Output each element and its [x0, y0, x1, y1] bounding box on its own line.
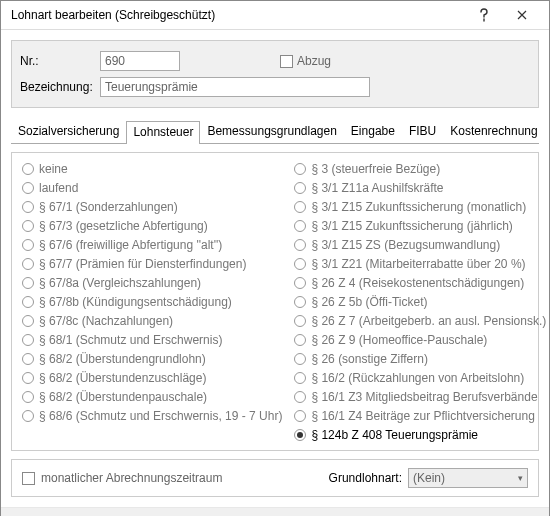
dialog-window: Lohnart bearbeiten (Schreibgeschützt) Nr…	[0, 0, 550, 516]
radio-option[interactable]: § 67/8b (Kündigungsentschädigung)	[22, 292, 282, 311]
radio-option[interactable]: § 67/1 (Sonderzahlungen)	[22, 197, 282, 216]
radio-option[interactable]: § 124b Z 408 Teuerungsprämie	[294, 425, 546, 444]
radio-label: laufend	[39, 181, 78, 195]
radio-option[interactable]: § 3/1 Z15 Zukunftssicherung (jährlich)	[294, 216, 546, 235]
close-button[interactable]	[503, 1, 541, 29]
tab-bemessung[interactable]: Bemessungsgrundlagen	[200, 120, 343, 143]
radio-label: § 68/2 (Überstundenpauschale)	[39, 390, 207, 404]
radio-option[interactable]: § 68/2 (Überstundenpauschale)	[22, 387, 282, 406]
radio-icon	[22, 258, 34, 270]
radio-icon	[22, 220, 34, 232]
radio-icon	[22, 201, 34, 213]
radio-option[interactable]: § 16/2 (Rückzahlungen von Arbeitslohn)	[294, 368, 546, 387]
radio-columns: keinelaufend§ 67/1 (Sonderzahlungen)§ 67…	[22, 159, 528, 444]
radio-label: § 67/8c (Nachzahlungen)	[39, 314, 173, 328]
monat-checkbox[interactable]	[22, 472, 35, 485]
radio-icon	[294, 220, 306, 232]
radio-icon	[294, 391, 306, 403]
radio-option[interactable]: § 68/2 (Überstundengrundlohn)	[22, 349, 282, 368]
radio-label: § 3/1 Z15 Zukunftssicherung (jährlich)	[311, 219, 512, 233]
radio-label: § 16/1 Z4 Beiträge zur Pflichtversicheru…	[311, 409, 534, 423]
radio-option[interactable]: § 67/3 (gesetzliche Abfertigung)	[22, 216, 282, 235]
radio-label: § 16/1 Z3 Mitgliedsbeitrag Berufsverbänd…	[311, 390, 537, 404]
radio-option[interactable]: § 3/1 Z11a Aushilfskräfte	[294, 178, 546, 197]
nr-field[interactable]: 690	[100, 51, 180, 71]
bottom-group: monatlicher Abrechnungszeitraum Grundloh…	[11, 459, 539, 497]
radio-option[interactable]: § 67/7 (Prämien für Diensterfindungen)	[22, 254, 282, 273]
nr-label: Nr.:	[20, 54, 100, 68]
radio-icon	[294, 410, 306, 422]
help-button[interactable]	[465, 1, 503, 29]
radio-option[interactable]: § 67/8a (Vergleichszahlungen)	[22, 273, 282, 292]
content-area: Nr.: 690 Abzug Bezeichnung: Teuerungsprä…	[1, 30, 549, 507]
radio-option[interactable]: § 3/1 Z21 (Mitarbeiterrabatte über 20 %)	[294, 254, 546, 273]
question-icon	[479, 8, 489, 22]
radio-label: § 68/2 (Überstundengrundlohn)	[39, 352, 206, 366]
abzug-checkbox[interactable]	[280, 55, 293, 68]
radio-label: § 124b Z 408 Teuerungsprämie	[311, 428, 478, 442]
radio-label: § 26 Z 7 (Arbeitgeberb. an ausl. Pension…	[311, 314, 546, 328]
tab-pfaendung[interactable]: Pfändung	[545, 120, 550, 143]
radio-icon	[22, 372, 34, 384]
radio-label: § 68/6 (Schmutz und Erschwernis, 19 - 7 …	[39, 409, 282, 423]
tab-bar: Sozialversicherung Lohnsteuer Bemessungs…	[11, 120, 539, 144]
radio-icon	[22, 334, 34, 346]
grundlohnart-select[interactable]: (Kein) ▾	[408, 468, 528, 488]
radio-label: § 26 Z 9 (Homeoffice-Pauschale)	[311, 333, 487, 347]
radio-option[interactable]: § 67/8c (Nachzahlungen)	[22, 311, 282, 330]
radio-option[interactable]: keine	[22, 159, 282, 178]
radio-option[interactable]: § 3 (steuerfreie Bezüge)	[294, 159, 546, 178]
radio-option[interactable]: § 26 Z 7 (Arbeitgeberb. an ausl. Pension…	[294, 311, 546, 330]
radio-icon	[22, 239, 34, 251]
radio-col-left: keinelaufend§ 67/1 (Sonderzahlungen)§ 67…	[22, 159, 282, 444]
radio-icon	[294, 163, 306, 175]
tab-sozialversicherung[interactable]: Sozialversicherung	[11, 120, 126, 143]
bezeichnung-field[interactable]: Teuerungsprämie	[100, 77, 370, 97]
monat-label: monatlicher Abrechnungszeitraum	[41, 471, 222, 485]
radio-icon	[22, 391, 34, 403]
radio-icon	[22, 353, 34, 365]
radio-option[interactable]: § 3/1 Z15 ZS (Bezugsumwandlung)	[294, 235, 546, 254]
radio-label: § 68/1 (Schmutz und Erschwernis)	[39, 333, 222, 347]
radio-icon	[294, 296, 306, 308]
radio-col-right: § 3 (steuerfreie Bezüge)§ 3/1 Z11a Aushi…	[294, 159, 546, 444]
tab-eingabe[interactable]: Eingabe	[344, 120, 402, 143]
radio-icon	[294, 258, 306, 270]
chevron-down-icon: ▾	[518, 473, 523, 483]
radio-icon	[294, 239, 306, 251]
tab-lohnsteuer[interactable]: Lohnsteuer	[126, 121, 200, 144]
radio-option[interactable]: § 26 Z 4 (Reisekostenentschädigungen)	[294, 273, 546, 292]
radio-option[interactable]: § 68/2 (Überstundenzuschläge)	[22, 368, 282, 387]
radio-label: § 67/8a (Vergleichszahlungen)	[39, 276, 201, 290]
radio-icon	[294, 182, 306, 194]
button-row: ausgereiht Ok Abbrechen	[1, 507, 549, 516]
radio-icon	[294, 315, 306, 327]
radio-option[interactable]: § 3/1 Z15 Zukunftssicherung (monatlich)	[294, 197, 546, 216]
radio-label: § 26 Z 5b (Öffi-Ticket)	[311, 295, 427, 309]
close-icon	[517, 10, 527, 20]
radio-label: § 3 (steuerfreie Bezüge)	[311, 162, 440, 176]
radio-option[interactable]: § 68/1 (Schmutz und Erschwernis)	[22, 330, 282, 349]
radio-icon	[22, 182, 34, 194]
bezeichnung-label: Bezeichnung:	[20, 80, 100, 94]
radio-option[interactable]: § 26 Z 5b (Öffi-Ticket)	[294, 292, 546, 311]
radio-option[interactable]: laufend	[22, 178, 282, 197]
radio-icon	[294, 334, 306, 346]
radio-label: § 16/2 (Rückzahlungen von Arbeitslohn)	[311, 371, 524, 385]
radio-option[interactable]: § 68/6 (Schmutz und Erschwernis, 19 - 7 …	[22, 406, 282, 425]
radio-icon	[294, 372, 306, 384]
title-bar: Lohnart bearbeiten (Schreibgeschützt)	[1, 1, 549, 30]
tab-fibu[interactable]: FIBU	[402, 120, 443, 143]
window-title: Lohnart bearbeiten (Schreibgeschützt)	[11, 8, 465, 22]
radio-option[interactable]: § 26 (sonstige Ziffern)	[294, 349, 546, 368]
radio-icon	[294, 277, 306, 289]
radio-option[interactable]: § 16/1 Z3 Mitgliedsbeitrag Berufsverbänd…	[294, 387, 546, 406]
radio-option[interactable]: § 16/1 Z4 Beiträge zur Pflichtversicheru…	[294, 406, 546, 425]
radio-option[interactable]: § 67/6 (freiwillige Abfertigung ''alt'')	[22, 235, 282, 254]
radio-label: keine	[39, 162, 68, 176]
radio-option[interactable]: § 26 Z 9 (Homeoffice-Pauschale)	[294, 330, 546, 349]
radio-label: § 67/6 (freiwillige Abfertigung ''alt'')	[39, 238, 222, 252]
tab-pane: keinelaufend§ 67/1 (Sonderzahlungen)§ 67…	[11, 152, 539, 451]
radio-icon	[22, 315, 34, 327]
tab-kostenrechnung[interactable]: Kostenrechnung	[443, 120, 544, 143]
